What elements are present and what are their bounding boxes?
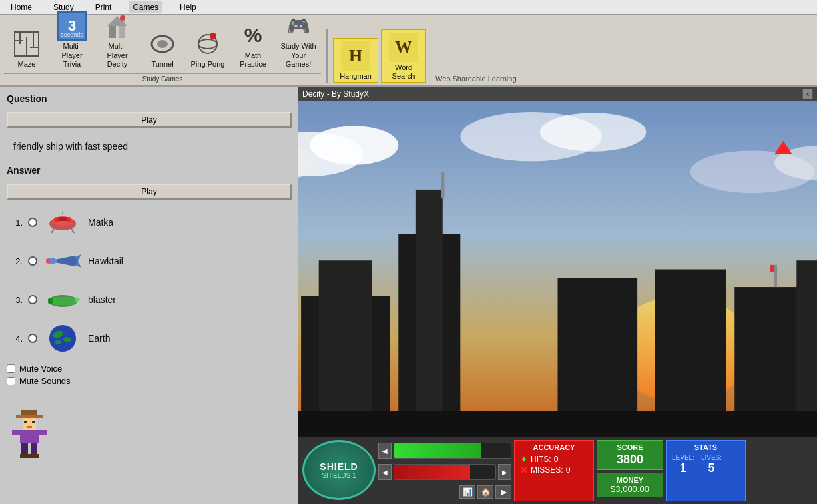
bar-icon-2[interactable]: 🏠 — [477, 485, 493, 499]
answer-img-3 — [43, 284, 83, 316]
mute-sounds-label: Mute Sounds — [19, 376, 71, 386]
svg-rect-48 — [20, 454, 29, 458]
multiplayer-decity-label: Multi-Player Decity — [98, 42, 136, 69]
maze-icon — [12, 29, 41, 59]
level-label: LEVEL: — [672, 454, 694, 461]
svg-rect-43 — [20, 430, 39, 443]
game-close-button[interactable]: × — [802, 89, 813, 99]
score-panel: SCORE 3800 — [597, 440, 663, 470]
svg-line-22 — [71, 228, 74, 233]
mute-voice-row[interactable]: Mute Voice — [7, 364, 292, 374]
mute-voice-checkbox[interactable] — [7, 364, 15, 373]
money-panel: MONEY $3,000.00 — [597, 473, 663, 497]
lives-col: LIVES: 5 — [701, 454, 722, 475]
ping-pong-label: Ping Pong — [191, 60, 225, 69]
game-titlebar: Decity - By StudyX × — [298, 87, 817, 101]
bar-icon-3[interactable]: ▶ — [495, 485, 511, 499]
maze-label: Maze — [18, 60, 36, 69]
web-shareable-label: Web Shareable Learning — [435, 75, 517, 83]
attack-bar-left-arrow[interactable]: ◀ — [378, 464, 392, 480]
hits-value: 0 — [554, 455, 559, 464]
hangman-label: Hangman — [340, 72, 372, 81]
multiplayer-decity-icon — [103, 11, 132, 41]
tunnel-icon — [148, 29, 177, 59]
lives-value: 5 — [708, 461, 714, 475]
game-hud: SHIELD SHIELDS 1 ◀ ◀ ▶ — [298, 437, 817, 504]
svg-point-11 — [157, 40, 168, 48]
left-panel: Question Play friendly ship with fast sp… — [0, 87, 298, 504]
multiplayer-trivia-icon: 3 seconds — [57, 11, 87, 41]
stats-row: LEVEL: 1 LIVES: 5 — [672, 454, 740, 475]
mute-sounds-row[interactable]: Mute Sounds — [7, 376, 292, 386]
svg-marker-30 — [75, 297, 81, 302]
money-title: MONEY — [617, 476, 643, 484]
answer-title: Answer — [7, 165, 41, 176]
svg-rect-44 — [12, 430, 20, 435]
answer-number-1: 1. — [7, 218, 23, 228]
word-search-tool[interactable]: W Word Search — [381, 29, 426, 83]
character-sprite — [9, 409, 49, 462]
answer-img-1 — [43, 206, 83, 238]
study-with-games-tool[interactable]: 🎮 Study With Your Games! — [276, 8, 321, 71]
green-health-bar — [394, 443, 481, 458]
svg-rect-27 — [46, 259, 50, 263]
question-play-button[interactable]: Play — [7, 112, 292, 128]
svg-rect-38 — [16, 415, 43, 418]
hangman-icon: H — [341, 41, 370, 71]
money-value: $3,000.00 — [611, 484, 649, 494]
ping-pong-tool[interactable]: Ping Pong — [185, 26, 230, 71]
svg-rect-19 — [58, 217, 67, 221]
math-practice-tool[interactable]: % Math Practice — [230, 17, 276, 71]
svg-rect-6 — [109, 26, 116, 38]
multiplayer-trivia-label: Multi-Player Trivia — [53, 42, 91, 69]
stats-panel: STATS LEVEL: 1 LIVES: 5 — [666, 440, 746, 501]
tunnel-label: Tunnel — [151, 60, 173, 69]
misses-label: MISSES: — [531, 465, 563, 475]
answer-option-3[interactable]: 3. blaster — [7, 284, 292, 316]
game-canvas — [298, 101, 817, 437]
tunnel-tool[interactable]: Tunnel — [140, 26, 185, 71]
hangman-tool[interactable]: H Hangman — [333, 38, 378, 83]
answer-option-4[interactable]: 4. Earth — [7, 322, 292, 354]
svg-rect-47 — [31, 443, 37, 454]
score-value: 3800 — [617, 453, 643, 467]
svg-point-13 — [198, 39, 217, 49]
answer-option-2[interactable]: 2. Hawktail — [7, 245, 292, 277]
toolbar: Maze 3 seconds Multi-Player Trivia — [0, 15, 817, 87]
svg-line-21 — [51, 228, 55, 233]
health-bars: ◀ ◀ ▶ 📊 🏠 ▶ — [378, 440, 511, 501]
answer-label-2: Hawktail — [88, 256, 123, 266]
radio-1[interactable] — [28, 218, 37, 227]
answer-label-3: blaster — [88, 294, 116, 305]
mute-sounds-checkbox[interactable] — [7, 377, 15, 385]
answer-option-1[interactable]: 1. Matka — [7, 206, 292, 238]
score-money-group: SCORE 3800 MONEY $3,000.00 — [597, 440, 663, 501]
maze-tool[interactable]: Maze — [4, 26, 49, 71]
attack-bar-right-arrow[interactable]: ▶ — [498, 464, 511, 480]
multiplayer-decity-tool[interactable]: Multi-Player Decity — [95, 8, 140, 71]
radio-4[interactable] — [28, 334, 37, 343]
svg-point-9 — [120, 15, 125, 21]
character-area — [9, 409, 49, 464]
main-area: Question Play friendly ship with fast sp… — [0, 87, 817, 504]
hits-row: ✦ HITS: 0 — [520, 454, 588, 465]
right-panel: Decity - By StudyX × — [298, 87, 817, 504]
answer-label-4: Earth — [88, 333, 110, 344]
bar-icon-1[interactable]: 📊 — [459, 485, 475, 499]
multiplayer-trivia-tool[interactable]: 3 seconds Multi-Player Trivia — [49, 8, 95, 71]
svg-rect-81 — [770, 265, 774, 272]
radio-2[interactable] — [28, 256, 37, 266]
svg-point-33 — [49, 325, 76, 352]
radio-3[interactable] — [28, 295, 37, 304]
health-bar-left-arrow[interactable]: ◀ — [378, 443, 392, 459]
miss-icon: ✖ — [520, 465, 528, 475]
answer-play-button[interactable]: Play — [7, 184, 292, 200]
hits-label: HITS: — [531, 455, 551, 464]
answer-number-3: 3. — [7, 295, 23, 305]
misses-value: 0 — [566, 465, 571, 475]
svg-rect-46 — [21, 443, 28, 454]
word-search-label: Word Search — [384, 63, 423, 81]
svg-point-14 — [210, 33, 216, 39]
game-title: Decity - By StudyX — [302, 89, 369, 99]
stats-title: STATS — [672, 443, 740, 451]
